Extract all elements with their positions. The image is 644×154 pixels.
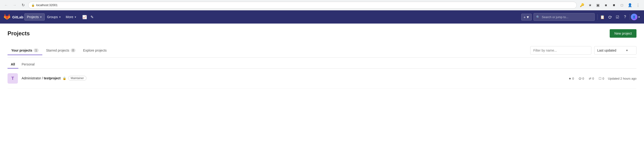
filter-input[interactable] bbox=[530, 46, 591, 55]
add-new-button[interactable]: + ▼ bbox=[521, 14, 532, 21]
clipboard-icon[interactable]: 📋 bbox=[599, 13, 606, 21]
extension-icon-1[interactable]: ▣ bbox=[595, 2, 601, 9]
new-project-button[interactable]: New project bbox=[610, 29, 636, 38]
user-avatar-icon: 👤 bbox=[632, 16, 636, 19]
address-bar[interactable]: 🔒 localhost:32001 bbox=[28, 2, 577, 9]
project-stats: ★ 0 ℺ 0 ⇄ 0 ☐ 0 bbox=[568, 77, 604, 80]
project-list: T Administrator / testproject 🔒 Maintain… bbox=[8, 69, 636, 89]
back-button[interactable]: ← bbox=[3, 2, 10, 9]
key-icon[interactable]: 🔑 bbox=[579, 2, 585, 9]
reload-button[interactable]: ↻ bbox=[20, 2, 26, 9]
gitlab-logo[interactable]: GitLab bbox=[4, 14, 24, 20]
gitlab-navbar: GitLab Projects ▼ Groups ▼ More ▼ 📈 ✎ + … bbox=[0, 10, 644, 24]
lock-icon: 🔒 bbox=[62, 77, 66, 80]
url-text: localhost:32001 bbox=[36, 3, 58, 7]
extension-icon-2[interactable]: ■ bbox=[603, 2, 609, 9]
user-profile-icon[interactable]: 👤 bbox=[626, 2, 633, 9]
sort-dropdown[interactable]: Last updated ▼ bbox=[594, 46, 636, 55]
nav-separator-2 bbox=[630, 14, 630, 20]
main-tabs: Your projects 1 Starred projects 0 Explo… bbox=[8, 46, 530, 55]
project-name-row: Administrator / testproject 🔒 Maintainer bbox=[22, 76, 565, 81]
edit-icon[interactable]: ✎ bbox=[88, 13, 96, 21]
gitlab-logo-text: GitLab bbox=[12, 15, 24, 19]
project-avatar: T bbox=[8, 73, 18, 84]
stat-stars: ★ 0 bbox=[568, 77, 574, 80]
issues-icon: ☐ bbox=[599, 77, 602, 80]
page-title: Projects bbox=[8, 30, 30, 37]
project-info: Administrator / testproject 🔒 Maintainer bbox=[22, 76, 565, 81]
user-avatar[interactable]: 👤 bbox=[631, 14, 638, 20]
bookmark-icon[interactable]: ★ bbox=[587, 2, 593, 9]
browser-chrome: ← → ↻ 🔒 localhost:32001 🔑 ★ ▣ ■ ◾ □ 👤 ⋮ bbox=[0, 0, 644, 10]
add-icon: + bbox=[524, 15, 526, 19]
menu-icon[interactable]: ⋮ bbox=[634, 2, 641, 9]
forward-button[interactable]: → bbox=[11, 2, 18, 9]
page-header: Projects New project bbox=[8, 29, 636, 38]
filter-area: Last updated ▼ bbox=[530, 43, 636, 57]
more-chevron-icon: ▼ bbox=[74, 16, 76, 18]
search-placeholder: Search or jump to... bbox=[542, 15, 568, 19]
puzzle-icon[interactable]: ◾ bbox=[610, 2, 617, 9]
stat-forks: ℺ 0 bbox=[579, 77, 584, 80]
stat-issues: ☐ 0 bbox=[599, 77, 604, 80]
merge-request-icon: ⇄ bbox=[589, 77, 591, 80]
sub-tabs: All Personal bbox=[8, 58, 636, 69]
stat-merge-requests: ⇄ 0 bbox=[589, 77, 594, 80]
user-avatar-chevron-icon: ▼ bbox=[638, 16, 640, 18]
todo-icon[interactable]: ☑ bbox=[614, 13, 621, 21]
project-name[interactable]: Administrator / testproject bbox=[22, 76, 61, 80]
tab-your-projects[interactable]: Your projects 1 bbox=[8, 46, 42, 55]
browser-actions: 🔑 ★ ▣ ■ ◾ □ 👤 ⋮ bbox=[579, 2, 641, 9]
sort-chevron-icon: ▼ bbox=[626, 49, 628, 52]
sort-label: Last updated bbox=[597, 49, 616, 52]
extension-icon-3[interactable]: □ bbox=[618, 2, 625, 9]
projects-chevron-icon: ▼ bbox=[40, 16, 42, 18]
tabs-filter-row: Your projects 1 Starred projects 0 Explo… bbox=[8, 43, 636, 57]
star-icon: ★ bbox=[568, 77, 571, 80]
tab-starred-projects[interactable]: Starred projects 0 bbox=[42, 46, 80, 55]
nav-separator-1 bbox=[598, 14, 598, 20]
groups-chevron-icon: ▼ bbox=[59, 16, 61, 18]
subtab-all[interactable]: All bbox=[8, 61, 18, 69]
project-updated: Updated 2 hours ago bbox=[608, 77, 636, 80]
gitlab-logo-svg bbox=[4, 14, 10, 20]
analytics-icon[interactable]: 📈 bbox=[81, 13, 88, 21]
fork-icon: ℺ bbox=[579, 77, 582, 80]
merge-request-icon[interactable]: ℺ bbox=[606, 13, 614, 21]
tab-explore-projects[interactable]: Explore projects bbox=[79, 46, 110, 55]
nav-groups[interactable]: Groups ▼ bbox=[45, 14, 64, 20]
nav-projects[interactable]: Projects ▼ bbox=[24, 14, 45, 21]
role-badge: Maintainer bbox=[68, 76, 86, 81]
search-icon: 🔍 bbox=[536, 15, 540, 19]
nav-more[interactable]: More ▼ bbox=[64, 14, 79, 20]
add-chevron-icon: ▼ bbox=[526, 15, 530, 19]
global-search[interactable]: 🔍 Search or jump to... bbox=[534, 13, 595, 21]
subtab-personal[interactable]: Personal bbox=[18, 61, 38, 69]
starred-projects-badge: 0 bbox=[71, 49, 76, 52]
lock-icon: 🔒 bbox=[31, 4, 35, 7]
table-row: T Administrator / testproject 🔒 Maintain… bbox=[8, 69, 636, 89]
your-projects-badge: 1 bbox=[34, 49, 38, 52]
main-content: Projects New project Your projects 1 Sta… bbox=[0, 24, 644, 154]
help-icon[interactable]: ? bbox=[621, 13, 629, 21]
